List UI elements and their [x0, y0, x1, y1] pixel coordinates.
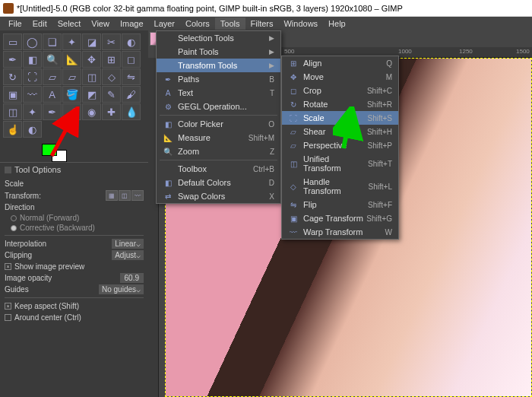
direction-label: Direction [5, 202, 144, 213]
transform-path-icon[interactable]: 〰 [131, 190, 144, 201]
tool-measure[interactable]: 📐 [62, 51, 81, 68]
tool-align[interactable]: ⊞ [102, 51, 121, 68]
tools-menu-transform-tools[interactable]: Transform Tools▶ [157, 59, 280, 72]
tool-rotate[interactable]: ↻ [3, 68, 22, 85]
transform-menu-align[interactable]: ⊞AlignQ [282, 56, 398, 70]
tool-pencil[interactable]: ✎ [102, 86, 121, 103]
tool-by-color[interactable]: ◪ [82, 33, 101, 50]
tool-paintbrush[interactable]: 🖌 [122, 86, 141, 103]
menu-file[interactable]: File [3, 17, 27, 30]
fg-color-swatch[interactable] [42, 144, 57, 156]
tools-menu-default-colors[interactable]: ◧Default ColorsD [157, 176, 280, 189]
transform-menu-warp-transform[interactable]: 〰Warp TransformW [282, 225, 398, 239]
tool-rect-select[interactable]: ▭ [3, 33, 22, 50]
tool-move[interactable]: ✥ [82, 51, 101, 68]
menu-label: Shear [303, 127, 367, 136]
menu-colors[interactable]: Colors [180, 17, 215, 30]
tool-foreground[interactable]: ◐ [122, 33, 141, 50]
tool-unified[interactable]: ◫ [82, 68, 101, 85]
tool-ink[interactable]: ✒ [43, 103, 62, 120]
tool-dodge[interactable]: ◐ [23, 121, 42, 138]
menu-shortcut: X [269, 192, 274, 201]
tools-menu-paths[interactable]: ✒PathsB [157, 72, 280, 86]
tool-mypaint[interactable]: 🖌 [62, 103, 81, 120]
menu-label: Warp Transform [303, 227, 385, 237]
tool-perspective[interactable]: ▱ [62, 68, 81, 85]
tool-smudge[interactable]: ☝ [3, 121, 22, 138]
tool-ellipse-select[interactable]: ◯ [23, 33, 42, 50]
transform-menu-handle-transform[interactable]: ◇Handle TransformShift+L [282, 175, 398, 198]
menu-shortcut: Ctrl+B [253, 165, 274, 173]
clipping-row[interactable]: Clipping Adjust ⌵ [5, 249, 144, 261]
transform-menu-move[interactable]: ✥MoveM [282, 70, 398, 84]
menu-filters[interactable]: Filters [245, 17, 279, 30]
around-center-check[interactable]: Around center (Ctrl) [5, 312, 144, 323]
tool-shear[interactable]: ▱ [43, 68, 62, 85]
tools-menu-zoom[interactable]: 🔍ZoomZ [157, 145, 280, 158]
tool-flip[interactable]: ⇋ [122, 68, 141, 85]
transform-menu-perspective[interactable]: ▱PerspectiveShift+P [282, 138, 398, 152]
image-opacity-row[interactable]: Image opacity 60.9 [5, 272, 144, 284]
tool-heal[interactable]: ✚ [102, 103, 121, 120]
menu-edit[interactable]: Edit [27, 17, 52, 30]
tool-cage[interactable]: ▣ [3, 86, 22, 103]
direction-normal-radio[interactable]: Normal (Forward) [5, 213, 144, 223]
menu-label: Color Picker [178, 119, 268, 129]
transform-selection-icon[interactable]: ◫ [119, 190, 131, 201]
transform-menu-flip[interactable]: ⇋FlipShift+F [282, 198, 398, 211]
menu-windows[interactable]: Windows [278, 17, 323, 30]
tool-color-picker[interactable]: ◧ [23, 51, 42, 68]
tool-warp[interactable]: 〰 [23, 86, 42, 103]
menu-shortcut: Shift+M [249, 134, 274, 142]
tools-menu-color-picker[interactable]: ◧Color PickerO [157, 117, 280, 131]
show-preview-check[interactable]: ×Show image preview [5, 261, 144, 272]
transform-menu-unified-transform[interactable]: ◫Unified TransformShift+T [282, 152, 398, 175]
tool-bucket[interactable]: 🪣 [62, 86, 81, 103]
tools-menu-toolbox[interactable]: ToolboxCtrl+B [157, 162, 280, 176]
direction-corrective-radio[interactable]: Corrective (Backward) [5, 223, 144, 233]
menu-layer[interactable]: Layer [149, 17, 181, 30]
menu-help[interactable]: Help [323, 17, 351, 30]
transform-menu-shear[interactable]: ▱ShearShift+H [282, 125, 398, 138]
menu-shortcut: Shift+G [366, 214, 392, 223]
tool-handle[interactable]: ◇ [102, 68, 121, 85]
transform-menu-crop[interactable]: ◻CropShift+C [282, 84, 398, 97]
tool-blur[interactable]: 💧 [122, 103, 141, 120]
tool-scissors[interactable]: ✂ [102, 33, 121, 50]
menu-tools[interactable]: Tools [215, 17, 245, 30]
interpolation-row[interactable]: Interpolation Linear ⌵ [5, 238, 144, 249]
tool-fuzzy-select[interactable]: ✦ [62, 33, 81, 50]
tool-free-select[interactable]: ❑ [43, 33, 62, 50]
tool-crop[interactable]: ◻ [122, 51, 141, 68]
tool-eraser[interactable]: ◫ [3, 103, 22, 120]
tool-gradient[interactable]: ◩ [82, 86, 101, 103]
tools-menu-text[interactable]: ATextT [157, 86, 280, 100]
menu-icon: ◧ [163, 120, 173, 129]
tool-scale[interactable]: ⛶ [23, 68, 42, 85]
transform-layer-icon[interactable]: ▦ [106, 190, 118, 201]
tools-menu-measure[interactable]: 📐MeasureShift+M [157, 131, 280, 145]
menu-view[interactable]: View [86, 17, 115, 30]
transform-menu-cage-transform[interactable]: ▣Cage TransformShift+G [282, 211, 398, 225]
transform-menu-scale[interactable]: ⛶ScaleShift+S [282, 111, 398, 125]
menu-shortcut: D [269, 179, 274, 187]
guides-row[interactable]: Guides No guides ⌵ [5, 284, 144, 295]
menu-label: Align [303, 59, 386, 68]
menu-icon: ◻ [288, 87, 299, 95]
tools-menu-selection-tools[interactable]: Selection Tools▶ [157, 31, 280, 45]
tools-menu-paint-tools[interactable]: Paint Tools▶ [157, 45, 280, 59]
menu-shortcut: W [385, 228, 392, 237]
tool-zoom[interactable]: 🔍 [43, 51, 62, 68]
tool-paths[interactable]: ✒ [3, 51, 22, 68]
transform-menu-rotate[interactable]: ↻RotateShift+R [282, 97, 398, 111]
tool-airbrush[interactable]: ✦ [23, 103, 42, 120]
menu-image[interactable]: Image [115, 17, 149, 30]
menu-select[interactable]: Select [52, 17, 87, 30]
tool-clone[interactable]: ◉ [82, 103, 101, 120]
color-selector[interactable] [0, 141, 148, 162]
tools-menu-gegl-operation-[interactable]: ⚙GEGL Operation... [157, 100, 280, 113]
keep-aspect-check[interactable]: ×Keep aspect (Shift) [5, 300, 144, 312]
menu-icon: ⊞ [288, 59, 299, 68]
tools-menu-swap-colors[interactable]: ⇄Swap ColorsX [157, 189, 280, 203]
tool-text[interactable]: A [43, 86, 62, 103]
